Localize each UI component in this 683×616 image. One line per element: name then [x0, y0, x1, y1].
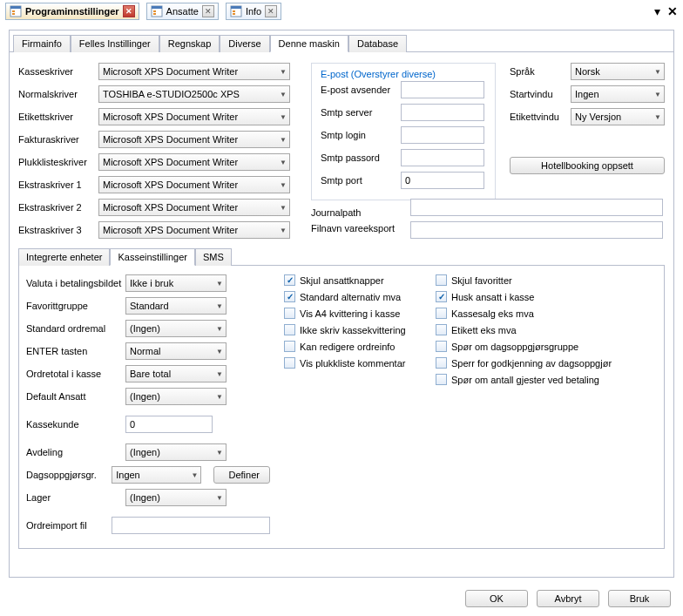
select-ekstraskriver3[interactable]: Microsoft XPS Document Writer▼: [98, 221, 290, 239]
checkbox-skjul-ansattknapper[interactable]: ✓Skjul ansattknapper: [284, 274, 422, 286]
label-smtp-passord: Smtp passord: [321, 152, 401, 163]
main-panel: Firmainfo Felles Instillinger Regnskap D…: [9, 30, 674, 578]
close-icon[interactable]: ✕: [265, 5, 277, 17]
tab-denne-maskin[interactable]: Denne maskin: [270, 35, 348, 52]
svg-rect-11: [233, 13, 235, 15]
checkbox-vis-plukkliste-kommentar[interactable]: Vis plukkliste kommentar: [284, 357, 422, 369]
checkbox-box[interactable]: [436, 324, 447, 335]
checkbox-box[interactable]: [284, 357, 295, 369]
doc-tab-programinnstillinger[interactable]: Programinnstillinger ✕: [5, 3, 139, 20]
checkbox-box[interactable]: [436, 308, 447, 319]
select-enter[interactable]: Normal▼: [125, 342, 227, 360]
sub-tab-integrerte[interactable]: Integrerte enheter: [18, 248, 110, 266]
close-icon[interactable]: ✕: [202, 5, 214, 17]
button-avbryt[interactable]: Avbryt: [537, 590, 599, 607]
button-ok[interactable]: OK: [465, 590, 528, 607]
checkbox-box[interactable]: [436, 274, 447, 286]
button-definer[interactable]: Definer: [213, 466, 270, 484]
select-sprak[interactable]: Norsk▼: [571, 63, 665, 80]
tab-content: KasseskriverMicrosoft XPS Document Write…: [10, 52, 673, 559]
label-valuta: Valuta i betalingsbildet: [26, 278, 125, 288]
select-favgrp[interactable]: Standard▼: [125, 297, 227, 315]
form-icon: [151, 5, 163, 17]
svg-rect-10: [233, 10, 235, 12]
checkbox-kan-redigere-ordreinfo[interactable]: Kan redigere ordreinfo: [284, 341, 422, 352]
input-filnavn-vareeksport[interactable]: [410, 221, 663, 239]
tab-regnskap[interactable]: Regnskap: [159, 35, 220, 52]
select-defans[interactable]: (Ingen)▼: [125, 388, 227, 405]
select-avdeling[interactable]: (Ingen)▼: [125, 443, 227, 461]
tab-felles[interactable]: Felles Instillinger: [71, 35, 159, 52]
checkbox-box[interactable]: ✓: [284, 291, 295, 302]
checkbox-sperr-for-godkjenning-av-dagsoppgjør[interactable]: Sperr for godkjenning av dagsoppgjør: [436, 357, 645, 369]
input-smtp-passord[interactable]: [401, 149, 484, 166]
doc-tab-info[interactable]: Info ✕: [226, 3, 281, 20]
group-epost-title: E-post (Overstyrer diverse): [321, 69, 486, 79]
select-dagsopp[interactable]: Ingen▼: [112, 466, 201, 484]
chevron-down-icon: ▼: [216, 393, 223, 401]
select-fakturaskriver[interactable]: Microsoft XPS Document Writer▼: [98, 131, 290, 148]
checkbox-husk-ansatt-i-kasse[interactable]: ✓Husk ansatt i kasse: [436, 291, 645, 302]
button-hotellbooking[interactable]: Hotellbooking oppsett: [510, 157, 665, 174]
checkbox-vis-a4-kvittering-i-kasse[interactable]: Vis A4 kvittering i kasse: [284, 308, 422, 319]
select-etikettskriver[interactable]: Microsoft XPS Document Writer▼: [98, 108, 290, 125]
checkbox-box[interactable]: ✓: [436, 291, 447, 302]
checkbox-ikke-skriv-kassekvittering[interactable]: Ikke skriv kassekvittering: [284, 324, 422, 335]
tab-firmainfo[interactable]: Firmainfo: [13, 35, 71, 52]
select-stdordre[interactable]: (Ingen)▼: [125, 320, 227, 337]
label-fakturaskriver: Fakturaskriver: [18, 134, 98, 145]
checkbox-box[interactable]: [436, 374, 447, 385]
select-ekstraskriver2[interactable]: Microsoft XPS Document Writer▼: [98, 199, 290, 216]
select-ekstraskriver1[interactable]: Microsoft XPS Document Writer▼: [98, 176, 290, 193]
dropdown-toggle-icon[interactable]: ▾: [654, 4, 660, 18]
checkbox-kassesalg-eks-mva[interactable]: Kassesalg eks mva: [436, 308, 645, 319]
checkbox-label: Kan redigere ordreinfo: [300, 342, 395, 352]
checkbox-etikett-eks-mva[interactable]: Etikett eks mva: [436, 324, 645, 335]
checkbox-spør-om-dagsoppgjørsgruppe[interactable]: Spør om dagsoppgjørsgruppe: [436, 341, 645, 352]
input-ordreimp[interactable]: [112, 517, 270, 534]
sub-tab-kasse[interactable]: Kasseinstillinger: [110, 248, 194, 266]
tab-diverse[interactable]: Diverse: [220, 35, 269, 52]
button-bruk[interactable]: Bruk: [608, 590, 671, 607]
select-startvindu[interactable]: Ingen▼: [571, 85, 665, 103]
checkbox-label: Sperr for godkjenning av dagsoppgjør: [451, 358, 612, 369]
checkbox-box[interactable]: [436, 341, 447, 352]
input-smtp-server[interactable]: [401, 104, 484, 121]
window-close-icon[interactable]: ✕: [667, 4, 678, 18]
input-smtp-port[interactable]: [401, 172, 484, 189]
checkbox-standard-alternativ-mva[interactable]: ✓Standard alternativ mva: [284, 291, 422, 302]
label-etikettvindu: Etikettvindu: [510, 112, 571, 122]
checkbox-label: Skjul favoritter: [451, 275, 512, 286]
select-ordretot[interactable]: Bare total▼: [125, 365, 227, 382]
input-epost-avsender[interactable]: [401, 81, 484, 98]
close-icon[interactable]: ✕: [123, 5, 135, 17]
checkbox-box[interactable]: [284, 324, 295, 335]
label-startvindu: Startvindu: [510, 89, 571, 99]
select-kasseskriver[interactable]: Microsoft XPS Document Writer▼: [98, 63, 290, 80]
checkbox-box[interactable]: [436, 357, 447, 369]
checkbox-box[interactable]: [284, 341, 295, 352]
chevron-down-icon: ▼: [280, 159, 287, 166]
label-ekstraskriver3: Ekstraskriver 3: [18, 225, 98, 235]
select-valuta[interactable]: Ikke i bruk▼: [125, 274, 227, 292]
label-enter: ENTER tasten: [26, 346, 125, 356]
input-smtp-login[interactable]: [401, 126, 484, 144]
checkbox-box[interactable]: ✓: [284, 274, 295, 286]
checkbox-spør-om-antall-gjester-ved-betaling[interactable]: Spør om antall gjester ved betaling: [436, 374, 645, 385]
label-ekstraskriver2: Ekstraskriver 2: [18, 202, 98, 213]
input-kassekunde[interactable]: [125, 416, 213, 433]
select-lager[interactable]: (Ingen)▼: [125, 489, 227, 506]
input-journalpath[interactable]: [410, 199, 663, 216]
select-etikettvindu[interactable]: Ny Versjon▼: [571, 108, 665, 125]
checkbox-skjul-favoritter[interactable]: Skjul favoritter: [436, 274, 645, 286]
checkbox-box[interactable]: [284, 308, 295, 319]
tab-database[interactable]: Database: [348, 35, 407, 52]
form-icon: [10, 5, 22, 17]
doc-tab-ansatte[interactable]: Ansatte ✕: [146, 3, 219, 20]
select-plukklisteskriver[interactable]: Microsoft XPS Document Writer▼: [98, 153, 290, 171]
sub-tab-sms[interactable]: SMS: [195, 248, 232, 266]
checkbox-label: Vis plukkliste kommentar: [300, 358, 405, 369]
label-journalpath: Journalpath: [311, 207, 402, 218]
select-normalskriver[interactable]: TOSHIBA e-STUDIO2500c XPS▼: [98, 85, 290, 103]
chevron-down-icon: ▼: [280, 227, 287, 234]
